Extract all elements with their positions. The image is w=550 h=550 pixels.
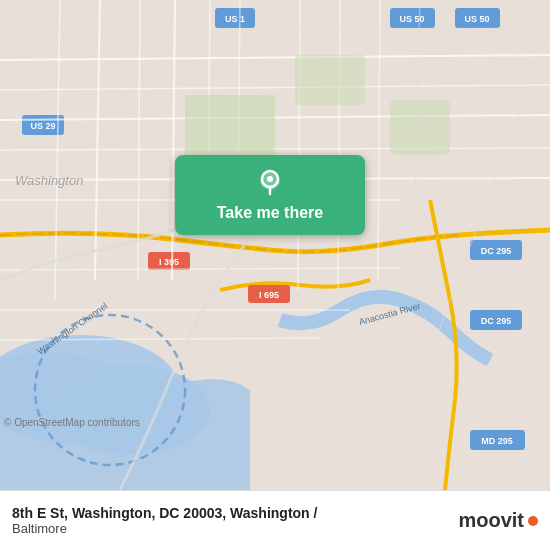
svg-text:Washington: Washington — [15, 173, 83, 188]
svg-text:US 50: US 50 — [464, 14, 489, 24]
moovit-text: moovit — [458, 509, 524, 532]
svg-point-51 — [267, 176, 273, 182]
svg-text:I 395: I 395 — [159, 257, 179, 267]
svg-text:US 50: US 50 — [399, 14, 424, 24]
footer: 8th E St, Washington, DC 20003, Washingt… — [0, 490, 550, 550]
svg-text:DC 295: DC 295 — [481, 246, 512, 256]
svg-rect-45 — [390, 100, 450, 155]
svg-text:US 1: US 1 — [225, 14, 245, 24]
footer-address-block: 8th E St, Washington, DC 20003, Washingt… — [12, 505, 317, 536]
moovit-dot-icon — [528, 516, 538, 526]
map-container: DC 295 DC 295 US 50 US 50 US 1 US 29 I 3… — [0, 0, 550, 490]
take-me-there-button[interactable]: Take me there — [175, 155, 365, 235]
svg-text:DC 295: DC 295 — [481, 316, 512, 326]
svg-text:MD 295: MD 295 — [481, 436, 513, 446]
svg-text:US 29: US 29 — [30, 121, 55, 131]
moovit-logo: moovit — [458, 509, 538, 532]
address-line1: 8th E St, Washington, DC 20003, Washingt… — [12, 505, 317, 521]
svg-rect-44 — [295, 55, 365, 105]
address-line2: Baltimore — [12, 521, 317, 536]
location-pin-icon — [255, 168, 285, 198]
svg-text:I 695: I 695 — [259, 290, 279, 300]
button-label: Take me there — [217, 204, 323, 222]
osm-credit: © OpenStreetMap contributors — [4, 417, 140, 428]
